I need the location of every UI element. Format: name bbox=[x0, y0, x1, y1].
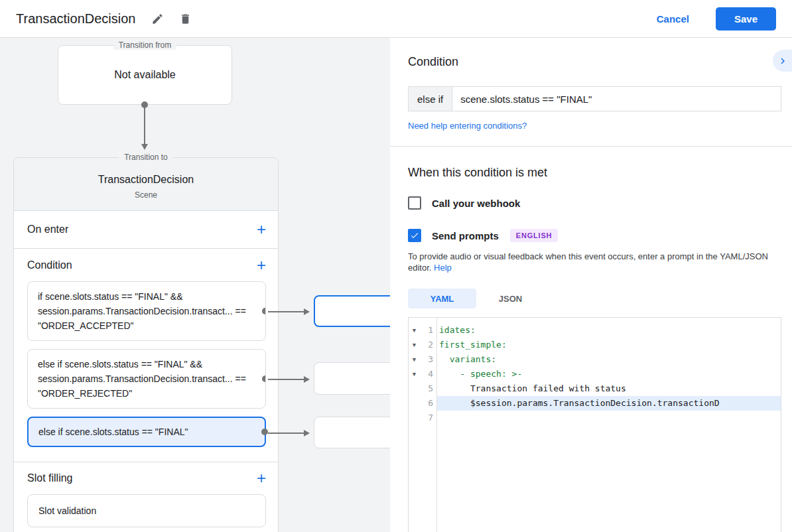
add-slot-button[interactable]: + bbox=[255, 470, 267, 486]
language-badge: ENGLISH bbox=[510, 229, 559, 242]
chevron-down-icon[interactable]: ▼ bbox=[409, 338, 420, 352]
delete-icon[interactable] bbox=[178, 11, 192, 26]
conditions-help-link[interactable]: Need help entering conditions? bbox=[408, 121, 527, 131]
code-area[interactable]: idates: first_simple: variants: - speech… bbox=[437, 318, 781, 532]
arrow-right-icon bbox=[304, 308, 310, 315]
transition-arrow-line bbox=[268, 432, 304, 434]
tab-yaml[interactable]: YAML bbox=[408, 289, 476, 308]
condition-card-text: else if scene.slots.status == "FINAL" bbox=[38, 425, 188, 439]
transition-arrow-line bbox=[268, 379, 304, 380]
call-webhook-checkbox[interactable] bbox=[408, 196, 421, 210]
chevron-down-icon[interactable]: ▼ bbox=[409, 323, 420, 338]
help-link[interactable]: Help bbox=[434, 263, 452, 273]
tab-json[interactable]: JSON bbox=[476, 289, 545, 308]
line-number: 6 bbox=[420, 396, 433, 411]
line-number: 2 bbox=[420, 338, 433, 352]
when-condition-met-title: When this condition is met bbox=[408, 166, 792, 180]
code-line: Transaction failed with status bbox=[437, 381, 781, 396]
target-scene-box-1[interactable] bbox=[314, 295, 390, 327]
connector-dot bbox=[261, 429, 268, 435]
condition-card-1[interactable]: if scene.slots.status == "FINAL" && sess… bbox=[27, 281, 266, 341]
connector-dot bbox=[262, 308, 266, 314]
code-line: first_simple: bbox=[437, 338, 781, 352]
connector-dot bbox=[262, 375, 266, 382]
chevron-down-icon[interactable]: ▼ bbox=[409, 367, 420, 381]
code-line: idates: bbox=[437, 323, 781, 338]
scene-type-label: Scene bbox=[135, 190, 157, 200]
code-line bbox=[437, 411, 781, 425]
condition-card-3-selected[interactable]: else if scene.slots.status == "FINAL" bbox=[27, 417, 266, 447]
webhook-option-row: Call your webhook bbox=[408, 196, 792, 210]
condition-section-header: Condition + bbox=[14, 249, 278, 281]
save-button[interactable]: Save bbox=[716, 7, 776, 31]
transition-to-box: Transition to TransactionDecision Scene … bbox=[13, 157, 279, 532]
slot-card-text: Slot validation bbox=[38, 505, 96, 516]
line-number: 1 bbox=[420, 323, 433, 338]
collapse-panel-button[interactable] bbox=[773, 50, 792, 72]
line-number: 7 bbox=[420, 411, 433, 425]
add-condition-button[interactable]: + bbox=[255, 257, 267, 273]
slot-validation-card[interactable]: Slot validation bbox=[27, 494, 266, 527]
fold-gutter: ▼ ▼ ▼ ▼ bbox=[409, 318, 420, 532]
cancel-button[interactable]: Cancel bbox=[657, 13, 689, 25]
page-title: TransactionDecision bbox=[16, 11, 135, 27]
yaml-code-editor[interactable]: ▼ ▼ ▼ ▼ 1 2 3 4 5 6 7 idates: first_simp… bbox=[408, 317, 781, 532]
transition-to-legend: Transition to bbox=[119, 153, 173, 162]
chevron-down-icon[interactable]: ▼ bbox=[409, 352, 420, 367]
line-number: 5 bbox=[420, 381, 433, 396]
add-on-enter-button[interactable]: + bbox=[255, 222, 267, 237]
on-enter-section: On enter + bbox=[14, 211, 278, 249]
edit-icon[interactable] bbox=[150, 11, 165, 26]
transition-from-value: Not available bbox=[114, 69, 176, 81]
prompt-description: To provide audio or visual feedback when… bbox=[408, 251, 781, 273]
condition-label: Condition bbox=[27, 259, 72, 271]
condition-expression-row: else if bbox=[408, 86, 781, 111]
scene-flow-canvas: Transition from Not available Transition… bbox=[0, 38, 390, 532]
transition-arrow-line bbox=[268, 311, 304, 312]
condition-card-2[interactable]: else if scene.slots.status == "FINAL" &&… bbox=[27, 349, 266, 409]
section-divider bbox=[390, 146, 792, 147]
send-prompts-checkbox[interactable] bbox=[408, 229, 421, 242]
line-number: 4 bbox=[420, 367, 433, 381]
arrow-right-icon bbox=[304, 430, 310, 436]
line-number-gutter: 1 2 3 4 5 6 7 bbox=[420, 318, 437, 532]
code-line: variants: bbox=[437, 352, 781, 367]
line-number: 3 bbox=[420, 352, 433, 367]
target-scene-box-3[interactable] bbox=[314, 417, 390, 448]
arrow-right-icon bbox=[304, 376, 310, 383]
send-prompts-label: Send prompts bbox=[432, 230, 499, 241]
chevron-right-icon bbox=[777, 55, 789, 67]
editor-format-tabs: YAML JSON bbox=[408, 289, 792, 308]
send-prompts-option-row: Send prompts ENGLISH bbox=[408, 229, 792, 242]
code-line: - speech: >- bbox=[437, 367, 781, 381]
slot-filling-section: Slot filling + Slot validation bbox=[14, 462, 278, 527]
target-scene-box-2[interactable] bbox=[314, 362, 390, 395]
arrow-down-icon bbox=[141, 144, 148, 150]
condition-detail-panel: Condition else if Need help entering con… bbox=[390, 38, 792, 532]
slot-filling-label: Slot filling bbox=[27, 472, 72, 484]
condition-expression-input[interactable] bbox=[452, 87, 781, 111]
condition-card-text: else if scene.slots.status == "FINAL" &&… bbox=[38, 359, 246, 399]
condition-card-text: if scene.slots.status == "FINAL" && sess… bbox=[38, 291, 246, 331]
top-bar: TransactionDecision Cancel Save bbox=[0, 0, 792, 38]
checkmark-icon bbox=[410, 231, 419, 240]
condition-prefix-label: else if bbox=[409, 87, 452, 111]
code-line-highlighted: $session.params.TransactionDecision.tran… bbox=[437, 396, 781, 411]
transition-from-legend: Transition from bbox=[113, 40, 177, 50]
transition-arrow-line bbox=[144, 107, 145, 144]
panel-title: Condition bbox=[408, 55, 792, 69]
scene-header: TransactionDecision Scene bbox=[14, 158, 278, 211]
on-enter-label: On enter bbox=[27, 224, 68, 235]
call-webhook-label: Call your webhook bbox=[432, 198, 520, 209]
scene-name: TransactionDecision bbox=[98, 174, 194, 186]
transition-from-box[interactable]: Transition from Not available bbox=[58, 45, 232, 105]
